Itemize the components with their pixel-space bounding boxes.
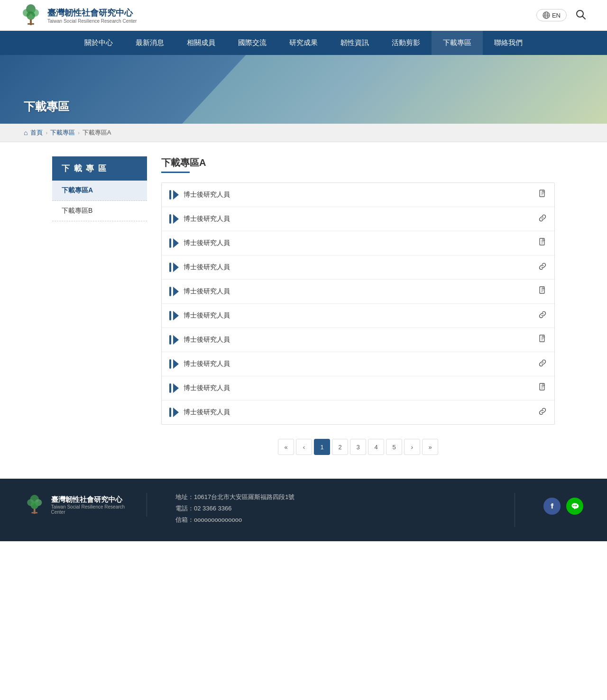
nav-item-news[interactable]: 最新消息 <box>124 31 175 55</box>
file-item[interactable]: 博士後研究人員 <box>162 400 554 424</box>
file-name: 博士後研究人員 <box>184 239 533 247</box>
logo-en: Taiwan Social Resilience Research Center <box>47 18 137 24</box>
file-item[interactable]: 博士後研究人員 <box>162 280 554 304</box>
search-button[interactable] <box>574 8 588 23</box>
file-flag <box>169 335 179 345</box>
file-name: 博士後研究人員 <box>184 311 533 320</box>
social-icons <box>543 498 583 515</box>
link-icon[interactable] <box>538 262 547 273</box>
svg-point-21 <box>31 501 38 509</box>
logo-text: 臺灣韌性社會研究中心 Taiwan Social Resilience Rese… <box>47 7 137 24</box>
file-item[interactable]: 博士後研究人員 <box>162 376 554 400</box>
page-4[interactable]: 4 <box>368 439 384 455</box>
logo-area[interactable]: 臺灣韌性社會研究中心 Taiwan Social Resilience Rese… <box>19 3 137 27</box>
line-button[interactable] <box>566 498 583 515</box>
facebook-icon <box>548 502 556 510</box>
footer-info: 地址：10617台北市大安區羅斯福路四段1號 電話：02 3366 3366 信… <box>166 493 515 527</box>
file-name: 博士後研究人員 <box>184 215 533 223</box>
file-item[interactable]: 博士後研究人員 <box>162 352 554 376</box>
file-item[interactable]: 博士後研究人員 <box>162 255 554 280</box>
logo-cn: 臺灣韌性社會研究中心 <box>47 7 137 18</box>
link-icon[interactable] <box>538 214 547 224</box>
file-list: 博士後研究人員 博士後研究人員 <box>161 182 555 425</box>
page-2[interactable]: 2 <box>332 439 348 455</box>
page-1[interactable]: 1 <box>314 439 330 455</box>
nav-bar: 關於中心 最新消息 相關成員 國際交流 研究成果 韌性資訊 活動剪影 下載專區 … <box>0 31 607 55</box>
file-flag <box>169 408 179 417</box>
hero-title: 下載專區 <box>0 99 93 124</box>
file-name: 博士後研究人員 <box>184 191 533 199</box>
svg-point-3 <box>27 11 35 20</box>
link-icon[interactable] <box>538 359 547 369</box>
nav-item-resilience[interactable]: 韌性資訊 <box>329 31 380 55</box>
nav-item-activities[interactable]: 活動剪影 <box>380 31 432 55</box>
file-flag <box>169 190 179 200</box>
file-flag <box>169 383 179 393</box>
nav-item-international[interactable]: 國際交流 <box>227 31 278 55</box>
file-item[interactable]: 博士後研究人員 <box>162 231 554 255</box>
file-name: 博士後研究人員 <box>184 360 533 368</box>
page-prev[interactable]: ‹ <box>296 439 312 455</box>
footer-address: 地址：10617台北市大安區羅斯福路四段1號 <box>175 493 505 501</box>
logo-icon <box>19 3 43 27</box>
page-first[interactable]: « <box>278 439 294 455</box>
file-flag <box>169 287 179 296</box>
lang-button[interactable]: EN <box>536 9 567 21</box>
breadcrumb-home[interactable]: 首頁 <box>30 128 43 137</box>
footer: 臺灣韌性社會研究中心 Taiwan Social Resilience Rese… <box>0 479 607 541</box>
file-item[interactable]: 博士後研究人員 <box>162 304 554 328</box>
file-flag <box>169 359 179 369</box>
main-container: 下 載 專 區 下載專區A 下載專區B 下載專區A 博士後研究人員 <box>43 156 564 464</box>
file-flag <box>169 238 179 248</box>
pdf-icon[interactable] <box>538 190 547 200</box>
home-icon: ⌂ <box>24 129 28 136</box>
search-icon <box>576 9 586 20</box>
nav-item-about[interactable]: 關於中心 <box>73 31 124 55</box>
footer-social <box>534 493 583 515</box>
file-flag <box>169 214 179 224</box>
breadcrumb: ⌂ 首頁 › 下載專區 › 下載專區A <box>0 124 607 142</box>
footer-logo-en: Taiwan Social Resilience Research Center <box>51 504 133 515</box>
file-name: 博士後研究人員 <box>184 263 533 272</box>
header-right: EN <box>536 8 588 23</box>
breadcrumb-sep-1: › <box>46 130 47 136</box>
footer-logo-text: 臺灣韌性社會研究中心 Taiwan Social Resilience Rese… <box>51 495 133 515</box>
svg-line-12 <box>582 16 585 19</box>
page-last[interactable]: » <box>422 439 438 455</box>
pdf-icon[interactable] <box>538 335 547 345</box>
file-name: 博士後研究人員 <box>184 384 533 392</box>
svg-rect-5 <box>28 23 34 25</box>
footer-logo-cn: 臺灣韌性社會研究中心 <box>51 495 133 504</box>
nav-item-contact[interactable]: 聯絡我們 <box>483 31 534 55</box>
footer-logo-icon <box>24 493 46 517</box>
footer-logo-area: 臺灣韌性社會研究中心 Taiwan Social Resilience Rese… <box>24 493 147 517</box>
sidebar: 下 載 專 區 下載專區A 下載專區B <box>52 156 147 464</box>
pdf-icon[interactable] <box>538 286 547 297</box>
page-next[interactable]: › <box>404 439 420 455</box>
hero-bg-decoration <box>182 55 607 124</box>
lang-label: EN <box>552 12 561 19</box>
sidebar-title: 下 載 專 區 <box>52 156 147 181</box>
pdf-icon[interactable] <box>538 238 547 248</box>
file-item[interactable]: 博士後研究人員 <box>162 328 554 352</box>
sidebar-item-download-a[interactable]: 下載專區A <box>52 181 147 201</box>
facebook-button[interactable] <box>543 498 561 515</box>
pdf-icon[interactable] <box>538 383 547 393</box>
page-5[interactable]: 5 <box>386 439 402 455</box>
file-item[interactable]: 博士後研究人員 <box>162 207 554 231</box>
nav-item-research[interactable]: 研究成果 <box>278 31 329 55</box>
nav-item-members[interactable]: 相關成員 <box>175 31 227 55</box>
pagination: « ‹ 1 2 3 4 5 › » <box>161 439 555 464</box>
breadcrumb-parent[interactable]: 下載專區 <box>50 128 75 137</box>
nav-item-download[interactable]: 下載專區 <box>432 31 483 55</box>
sidebar-item-download-b[interactable]: 下載專區B <box>52 201 147 221</box>
file-flag <box>169 263 179 272</box>
file-name: 博士後研究人員 <box>184 408 533 417</box>
line-icon <box>570 502 579 510</box>
page-3[interactable]: 3 <box>350 439 366 455</box>
file-name: 博士後研究人員 <box>184 336 533 344</box>
link-icon[interactable] <box>538 310 547 321</box>
link-icon[interactable] <box>538 407 547 418</box>
header: 臺灣韌性社會研究中心 Taiwan Social Resilience Rese… <box>0 0 607 31</box>
file-item[interactable]: 博士後研究人員 <box>162 183 554 207</box>
